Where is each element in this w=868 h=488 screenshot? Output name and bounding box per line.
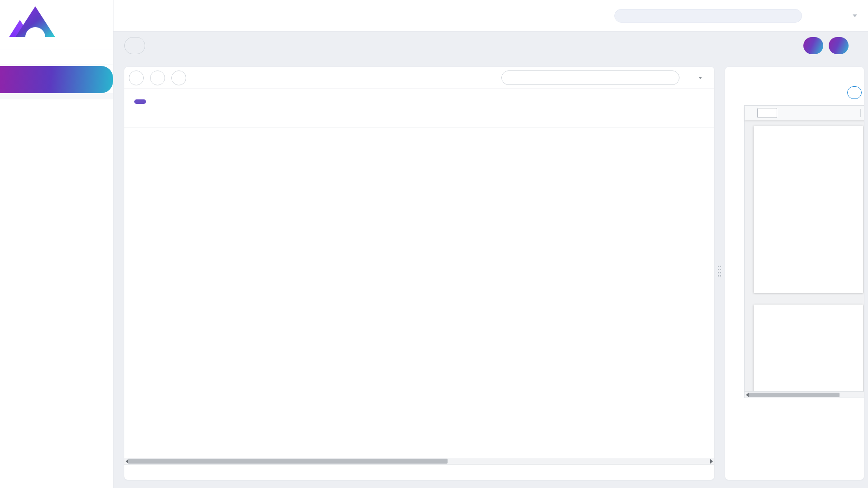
filter-chips — [124, 89, 714, 111]
app-root — [0, 0, 868, 488]
table-toolbar — [124, 67, 714, 89]
all-chip[interactable] — [134, 99, 146, 104]
columns-button[interactable] — [150, 70, 165, 85]
refresh-button[interactable] — [129, 70, 144, 85]
documents-table-card — [124, 67, 714, 480]
pdf-viewer — [744, 105, 864, 398]
add-file-button[interactable] — [803, 37, 823, 54]
breadcrumb — [115, 14, 120, 17]
pdf-page-1 — [754, 126, 863, 293]
create-template-button[interactable] — [829, 37, 849, 54]
document-detail-panel — [725, 67, 864, 480]
topbar — [113, 0, 868, 32]
doc-submenu — [0, 93, 113, 99]
filter-button[interactable] — [171, 70, 186, 85]
start-signature-button[interactable] — [847, 86, 862, 99]
qr-code — [27, 408, 86, 466]
chevron-down-icon — [853, 14, 857, 17]
pdf-page-2 — [754, 305, 863, 391]
pdf-toolbar — [745, 106, 864, 120]
page-number-input[interactable] — [757, 108, 777, 118]
global-search-input[interactable] — [620, 12, 796, 19]
custom-filters-button[interactable] — [124, 37, 145, 54]
scroll-right-arrow[interactable] — [710, 459, 713, 464]
panel-resize-handle[interactable] — [717, 266, 722, 282]
fulltext-search-input[interactable] — [508, 74, 673, 81]
fulltext-search — [501, 70, 679, 85]
action-bar — [113, 32, 868, 67]
global-search — [614, 9, 802, 23]
table-footer — [124, 465, 714, 480]
mountain-logo-icon — [7, 5, 57, 44]
scrollbar-thumb[interactable] — [128, 459, 448, 464]
sidebar-footer — [0, 402, 113, 488]
brand-logo[interactable] — [0, 0, 113, 50]
pdf-pages-area[interactable] — [745, 120, 864, 391]
sidebar — [0, 0, 113, 488]
scrollbar-thumb[interactable] — [749, 393, 840, 397]
table-filter-row — [124, 111, 714, 127]
divider — [860, 109, 861, 117]
scroll-left-arrow[interactable] — [746, 393, 749, 397]
table-horizontal-scrollbar[interactable] — [124, 458, 714, 465]
sidebar-item-doc[interactable] — [0, 66, 113, 93]
menu-toggle[interactable] — [0, 50, 113, 65]
user-menu[interactable] — [849, 14, 857, 17]
signatures-section — [732, 86, 862, 99]
chevron-down-icon — [698, 77, 702, 79]
table-empty-space — [124, 127, 714, 458]
pdf-horizontal-scrollbar[interactable] — [745, 391, 864, 398]
table-settings-button[interactable] — [697, 77, 702, 79]
